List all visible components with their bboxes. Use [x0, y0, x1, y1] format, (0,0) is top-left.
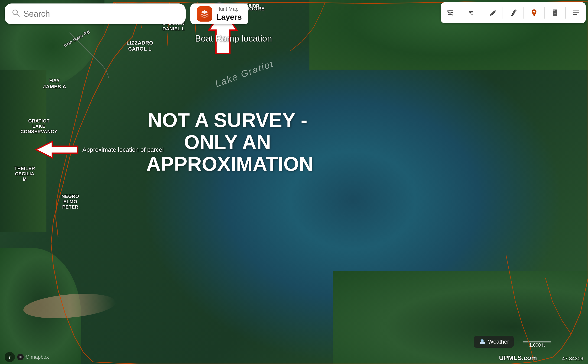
divider-6: [565, 7, 566, 19]
layers-title: Layers: [216, 12, 242, 22]
svg-rect-14: [449, 12, 451, 13]
svg-rect-10: [448, 10, 453, 11]
svg-rect-13: [447, 10, 449, 12]
svg-rect-15: [452, 14, 453, 15]
svg-marker-7: [36, 142, 78, 158]
parcel-arrow: Approximate location of parcel: [34, 139, 164, 160]
divider-1: [461, 7, 461, 19]
layers-subtitle: Hunt Map: [216, 6, 242, 12]
svg-line-9: [17, 14, 19, 16]
boat-ramp-annotation: Boat Ramp location: [195, 34, 272, 44]
tools-button[interactable]: [445, 8, 456, 18]
info-button[interactable]: i: [5, 352, 15, 362]
search-box[interactable]: [5, 3, 186, 24]
hunt-map-layers-button[interactable]: Hunt Map Layers: [190, 3, 248, 24]
mapbox-logo: © mapbox: [17, 354, 49, 360]
weather-label: Weather: [488, 338, 509, 345]
map-background[interactable]: Boat Ramp Boat Ramp location Approximate…: [0, 0, 588, 364]
style-button[interactable]: ≋: [466, 8, 476, 18]
menu-button[interactable]: [571, 8, 581, 18]
svg-rect-20: [553, 10, 555, 11]
bookmark-button[interactable]: [550, 8, 560, 18]
divider-5: [544, 7, 545, 19]
layers-icon-box: [197, 6, 212, 22]
divider-4: [523, 7, 524, 19]
draw-pencil-button[interactable]: [487, 8, 497, 18]
divider-2: [482, 7, 482, 19]
bottom-bar: i © mapbox: [0, 350, 588, 364]
svg-point-17: [515, 10, 516, 11]
svg-point-18: [533, 11, 535, 13]
pen-button[interactable]: [508, 8, 518, 18]
location-button[interactable]: [529, 8, 539, 18]
search-icon: [12, 9, 20, 19]
layers-text: Hunt Map Layers: [216, 6, 242, 22]
scale-bar: 1,000 ft: [523, 342, 551, 348]
parcel-location-label: Approximate location of parcel: [82, 146, 164, 153]
right-toolbar: ≋: [441, 2, 586, 23]
svg-text:≋: ≋: [468, 9, 474, 16]
divider-3: [502, 7, 503, 19]
search-input[interactable]: [23, 9, 179, 19]
weather-button[interactable]: Weather: [474, 336, 514, 348]
